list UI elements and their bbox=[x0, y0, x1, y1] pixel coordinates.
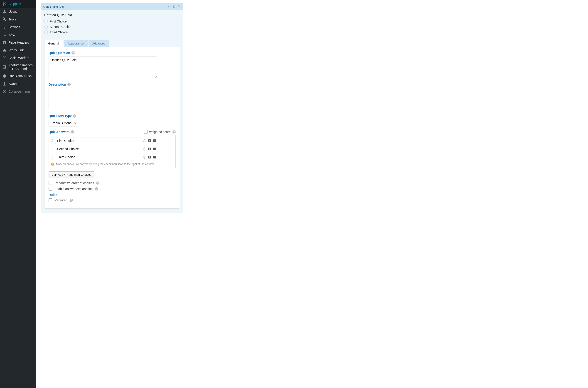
sidebar-item-pretty-link[interactable]: Pretty Link bbox=[0, 46, 36, 54]
sidebar-item-tools[interactable]: Tools bbox=[0, 15, 36, 23]
mark-correct-icon[interactable] bbox=[143, 139, 146, 143]
preview-title: Untitled Quiz Field bbox=[44, 13, 180, 17]
field-preview[interactable]: Untitled Quiz Field First Choice Second … bbox=[41, 10, 183, 40]
help-icon[interactable]: ? bbox=[73, 114, 76, 118]
panel-title: Quiz : Field ID 5 bbox=[43, 5, 64, 8]
answer-input[interactable] bbox=[55, 154, 141, 160]
sidebar-item-label: Tools bbox=[9, 18, 16, 21]
bulk-add-button[interactable]: Bulk Add / Predefined Choices bbox=[48, 171, 94, 178]
remove-answer-icon[interactable] bbox=[153, 147, 156, 151]
remove-answer-icon[interactable] bbox=[153, 139, 156, 143]
tab-general[interactable]: General bbox=[44, 40, 63, 47]
user-icon bbox=[2, 9, 7, 14]
answer-row bbox=[51, 145, 173, 153]
answer-row bbox=[51, 137, 173, 145]
sidebar-item-page-headers[interactable]: Page Headers bbox=[0, 39, 36, 46]
answer-input[interactable] bbox=[55, 138, 141, 144]
sidebar-item-users[interactable]: Users bbox=[0, 8, 36, 15]
drag-handle-icon[interactable] bbox=[51, 147, 54, 150]
radio-icon bbox=[44, 30, 48, 34]
image-icon bbox=[2, 65, 7, 69]
sidebar-item-collapse[interactable]: Collapse menu bbox=[0, 88, 36, 95]
collapse-icon bbox=[2, 89, 7, 94]
tab-general-body: Quiz Question ? Untitled Quiz Field Desc… bbox=[44, 47, 180, 209]
radio-icon bbox=[44, 20, 48, 23]
admin-sidebar: Snippets Users Tools Settings SEO Page H… bbox=[0, 0, 36, 388]
swirl-icon bbox=[2, 56, 7, 60]
description-label: Description ? bbox=[48, 83, 176, 86]
info-icon: ! bbox=[51, 163, 54, 166]
layout-icon bbox=[2, 40, 7, 45]
collapse-panel-icon[interactable] bbox=[167, 5, 170, 9]
preview-choice-label: Second Choice bbox=[50, 25, 71, 29]
answers-box: ! Mark an answer as correct by using the… bbox=[48, 135, 176, 168]
answers-label: Quiz Answers ? bbox=[48, 130, 74, 134]
sidebar-item-label: Collapse menu bbox=[9, 90, 30, 93]
sidebar-item-label: Page Headers bbox=[9, 41, 29, 44]
help-icon[interactable]: ? bbox=[172, 130, 176, 133]
sidebar-item-snippets[interactable]: Snippets bbox=[0, 0, 36, 8]
required-label: Required bbox=[54, 198, 67, 202]
preview-choice[interactable]: First Choice bbox=[44, 19, 180, 24]
duplicate-panel-icon[interactable] bbox=[172, 5, 175, 9]
help-icon[interactable]: ? bbox=[71, 130, 74, 133]
sidebar-item-avatars[interactable]: Avatars bbox=[0, 80, 36, 88]
help-icon[interactable]: ? bbox=[71, 51, 75, 54]
seo-icon bbox=[2, 32, 7, 37]
answer-row bbox=[51, 153, 173, 161]
enable-explanation-label: Enable answer explanation bbox=[54, 187, 93, 191]
mark-correct-icon[interactable] bbox=[143, 147, 146, 151]
preview-choice[interactable]: Third Choice bbox=[44, 29, 180, 35]
mark-correct-icon[interactable] bbox=[143, 155, 146, 159]
drag-handle-icon[interactable] bbox=[51, 155, 54, 159]
sidebar-item-social-warfare[interactable]: Social Warfare bbox=[0, 54, 36, 62]
help-icon[interactable]: ? bbox=[70, 199, 73, 202]
preview-choice-label: Third Choice bbox=[50, 30, 68, 34]
add-answer-icon[interactable] bbox=[148, 155, 151, 159]
help-icon[interactable]: ? bbox=[95, 187, 98, 191]
svg-point-0 bbox=[4, 82, 5, 84]
sidebar-item-label: Featured Images In RSS Feeds bbox=[9, 63, 34, 71]
tab-advanced[interactable]: Advanced bbox=[89, 40, 109, 47]
randomize-label: Randomize order of choices bbox=[54, 181, 94, 185]
sidebar-item-onesignal[interactable]: OneSignal Push bbox=[0, 72, 36, 80]
sidebar-item-label: Social Warfare bbox=[9, 56, 29, 60]
tab-appearance[interactable]: Appearance bbox=[64, 40, 87, 47]
quiz-question-input[interactable]: Untitled Quiz Field bbox=[48, 56, 157, 78]
panel-header: Quiz : Field ID 5 bbox=[41, 3, 183, 10]
preview-choice-label: First Choice bbox=[50, 20, 67, 23]
quiz-field-panel: Quiz : Field ID 5 Untitled Quiz Field Fi… bbox=[41, 3, 183, 213]
sidebar-item-label: Users bbox=[9, 10, 17, 13]
answer-input[interactable] bbox=[55, 146, 141, 152]
sidebar-item-label: SEO bbox=[9, 33, 15, 37]
weighted-score-label: weighted score bbox=[149, 130, 171, 134]
required-checkbox[interactable] bbox=[48, 198, 52, 202]
sidebar-item-featured-images[interactable]: Featured Images In RSS Feeds bbox=[0, 62, 36, 72]
scissors-icon bbox=[2, 1, 7, 6]
drag-handle-icon[interactable] bbox=[51, 139, 54, 142]
remove-answer-icon[interactable] bbox=[153, 155, 156, 159]
help-icon[interactable]: ? bbox=[67, 83, 71, 86]
enable-explanation-checkbox[interactable] bbox=[48, 187, 52, 191]
main-content: Quiz : Field ID 5 Untitled Quiz Field Fi… bbox=[36, 0, 588, 388]
sidebar-item-label: Pretty Link bbox=[9, 48, 24, 52]
randomize-checkbox[interactable] bbox=[48, 181, 52, 185]
field-type-select[interactable]: Radio Buttons bbox=[48, 120, 77, 126]
sidebar-item-seo[interactable]: SEO bbox=[0, 31, 36, 39]
weighted-score-checkbox[interactable] bbox=[144, 130, 147, 134]
add-answer-icon[interactable] bbox=[148, 139, 151, 143]
add-answer-icon[interactable] bbox=[148, 147, 151, 151]
field-type-label: Quiz Field Type ? bbox=[48, 114, 176, 118]
preview-choice[interactable]: Second Choice bbox=[44, 24, 180, 29]
delete-panel-icon[interactable] bbox=[178, 5, 181, 9]
star-icon bbox=[2, 48, 7, 52]
sidebar-item-label: OneSignal Push bbox=[9, 74, 32, 78]
sliders-icon bbox=[2, 25, 7, 29]
sidebar-item-label: Settings bbox=[9, 25, 20, 29]
sidebar-item-label: Snippets bbox=[9, 2, 21, 6]
sidebar-item-label: Avatars bbox=[9, 82, 19, 86]
sidebar-item-settings[interactable]: Settings bbox=[0, 23, 36, 31]
radio-icon bbox=[44, 25, 48, 29]
description-input[interactable] bbox=[48, 88, 157, 110]
help-icon[interactable]: ? bbox=[96, 181, 99, 185]
